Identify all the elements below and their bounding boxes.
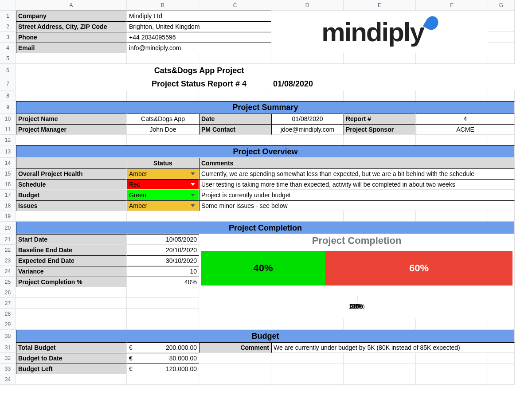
row-header[interactable]: 12 (0, 135, 16, 145)
row-header[interactable]: 19 (0, 211, 16, 222)
cell[interactable] (271, 135, 344, 145)
cell[interactable] (127, 298, 199, 309)
cell[interactable] (344, 77, 416, 90)
row-header[interactable]: 11 (0, 124, 16, 135)
cell[interactable] (488, 364, 515, 374)
row-header[interactable]: 23 (0, 255, 16, 266)
value-pct[interactable]: 40% (127, 277, 199, 287)
row-header[interactable]: 22 (0, 245, 16, 255)
cell[interactable] (271, 353, 344, 364)
cell[interactable] (488, 21, 515, 32)
row-header[interactable]: 20 (0, 222, 16, 234)
status-dropdown[interactable]: Amber (127, 200, 199, 211)
cell[interactable] (488, 64, 515, 77)
cell[interactable] (416, 374, 488, 385)
cell[interactable] (199, 364, 271, 374)
cell[interactable] (127, 319, 199, 330)
cell[interactable] (488, 211, 515, 222)
row-header[interactable]: 5 (0, 53, 16, 64)
cell[interactable] (271, 364, 344, 374)
cell[interactable] (16, 319, 127, 330)
cell[interactable] (271, 53, 344, 64)
value-budget-todate[interactable]: €80.000,00 (127, 353, 199, 364)
column-header[interactable]: C (199, 0, 271, 11)
cell[interactable] (416, 319, 488, 330)
label-manager[interactable]: Project Manager (16, 124, 127, 135)
value-date[interactable]: 01/08/2020 (271, 113, 344, 124)
value-expected[interactable]: 30/10/2020 (127, 255, 199, 266)
row-header[interactable]: 10 (0, 113, 16, 124)
cell[interactable] (488, 32, 515, 43)
cell[interactable] (271, 211, 344, 222)
label-expected[interactable]: Expected End Date (16, 255, 127, 266)
label-budget-total[interactable]: Total Budget (16, 342, 127, 353)
label-report[interactable]: Report # (344, 113, 416, 124)
label-pct[interactable]: Project Completion % (16, 277, 127, 287)
cell[interactable] (127, 53, 199, 64)
cell[interactable] (199, 211, 271, 222)
cell[interactable] (416, 90, 488, 101)
cell[interactable] (344, 374, 416, 385)
cell[interactable] (127, 287, 199, 298)
row-header[interactable]: 6 (0, 64, 16, 77)
cell[interactable] (127, 374, 199, 385)
label-sponsor[interactable]: Project Sponsor (344, 124, 416, 135)
column-header[interactable]: D (271, 0, 344, 11)
row-header[interactable]: 13 (0, 145, 16, 158)
cell[interactable] (416, 64, 488, 77)
cell[interactable] (488, 353, 515, 364)
cell[interactable] (199, 319, 271, 330)
cell[interactable] (344, 353, 416, 364)
cell[interactable] (344, 364, 416, 374)
value-variance[interactable]: 10 (127, 266, 199, 277)
cell[interactable] (16, 298, 127, 309)
cell[interactable] (16, 135, 127, 145)
value-contact[interactable]: jdoe@mindiply.com (271, 124, 344, 135)
row-header[interactable]: 33 (0, 364, 16, 374)
cell[interactable] (416, 77, 488, 90)
label-date[interactable]: Date (199, 113, 271, 124)
row-header[interactable]: 15 (0, 168, 16, 179)
label-contact[interactable]: PM Contact (199, 124, 271, 135)
cell[interactable] (416, 53, 488, 64)
cell[interactable] (127, 90, 199, 101)
cell[interactable] (488, 43, 515, 53)
label-budget-todate[interactable]: Budget to Date (16, 353, 127, 364)
cell[interactable] (416, 211, 488, 222)
cell[interactable] (488, 135, 515, 145)
cell[interactable] (416, 135, 488, 145)
cell[interactable] (344, 135, 416, 145)
row-header[interactable]: 24 (0, 266, 16, 277)
cell[interactable] (127, 309, 199, 319)
overview-comment[interactable]: User testing is taking more time than ex… (199, 179, 515, 190)
row-header[interactable]: 29 (0, 319, 16, 330)
cell[interactable] (199, 135, 271, 145)
cell[interactable] (127, 211, 199, 222)
cell[interactable] (199, 374, 271, 385)
row-header[interactable]: 17 (0, 190, 16, 200)
cell[interactable] (344, 211, 416, 222)
cell[interactable] (271, 319, 344, 330)
row-header[interactable]: 21 (0, 234, 16, 245)
value-address[interactable]: Brighton, United Kingdom (127, 21, 271, 32)
label-budget-comment[interactable]: Comment (199, 342, 271, 353)
cell[interactable] (16, 77, 127, 90)
column-header[interactable]: B (127, 0, 199, 11)
value-budget-left[interactable]: €120.000,00 (127, 364, 199, 374)
cell[interactable] (344, 53, 416, 64)
row-header[interactable]: 9 (0, 101, 16, 113)
cell[interactable] (16, 374, 127, 385)
cell[interactable] (488, 77, 515, 90)
value-start[interactable]: 10/05/2020 (127, 234, 199, 245)
column-header[interactable]: G (488, 0, 515, 11)
cell[interactable] (488, 90, 515, 101)
value-budget-total[interactable]: €200.000,00 (127, 342, 199, 353)
row-header[interactable]: 8 (0, 90, 16, 101)
status-dropdown[interactable]: Amber (127, 168, 199, 179)
row-header[interactable]: 18 (0, 200, 16, 211)
row-header[interactable]: 27 (0, 298, 16, 309)
header-status[interactable]: Status (127, 158, 199, 168)
cell[interactable] (344, 319, 416, 330)
row-header[interactable]: 2 (0, 21, 16, 32)
row-header[interactable]: 32 (0, 353, 16, 364)
